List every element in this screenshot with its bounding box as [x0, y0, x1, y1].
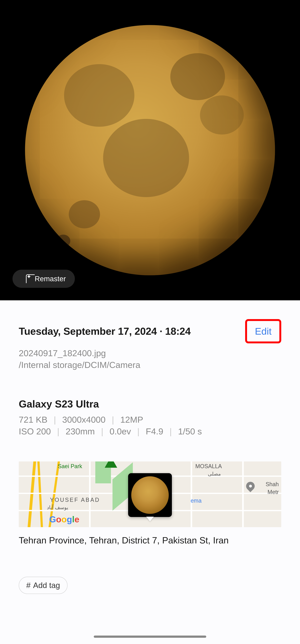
photo-address: Tehran Province, Tehran, District 7, Pak…: [19, 535, 281, 546]
photo-preview[interactable]: ✦ Remaster: [0, 0, 300, 300]
edit-button[interactable]: Edit: [255, 326, 272, 337]
map-label-metr: Metr: [268, 489, 279, 496]
remaster-sparkle-icon: ✦: [21, 274, 30, 283]
thumbnail-moon: [131, 476, 169, 514]
info-panel: Tuesday, September 17, 2024 · 18:24 Edit…: [0, 300, 300, 606]
file-size: 721 KB: [19, 414, 47, 425]
map-label-mosalla-ar: مصلی: [208, 471, 221, 477]
remaster-button[interactable]: ✦ Remaster: [12, 270, 75, 288]
home-indicator[interactable]: [94, 636, 206, 638]
shutter-speed: 1/50 s: [178, 426, 202, 436]
focal-length: 230mm: [66, 426, 95, 436]
map-label-yousef-abad: YOUSEF ABAD: [50, 497, 100, 503]
camera-meta-row: ISO 200 | 230mm | 0.0ev | F4.9 | 1/50 s: [19, 426, 281, 436]
add-tag-button[interactable]: # Add tag: [19, 577, 67, 594]
map-label-ema: ema: [191, 498, 202, 504]
exposure-value: 0.0ev: [109, 426, 131, 436]
map-label-yousef-abad-ar: یوسف آباد: [47, 504, 68, 510]
moon-photo: [25, 25, 275, 275]
remaster-label: Remaster: [35, 274, 66, 283]
map-photo-marker: [128, 473, 172, 521]
google-logo: Google: [49, 514, 79, 524]
hashtag-icon: #: [26, 581, 31, 590]
megapixels: 12MP: [120, 414, 143, 425]
photo-filename: 20240917_182400.jpg: [19, 348, 281, 358]
device-name: Galaxy S23 Ultra: [19, 398, 281, 410]
edit-highlight-box: Edit: [245, 319, 281, 343]
iso-value: ISO 200: [19, 426, 51, 436]
photo-datetime: Tuesday, September 17, 2024 · 18:24: [19, 325, 191, 337]
add-tag-label: Add tag: [33, 581, 60, 590]
map-label-saei-park: Saei Park: [58, 463, 82, 470]
map-label-shah: Shah: [266, 481, 279, 488]
location-map[interactable]: Saei Park MOSALLA مصلی YOUSEF ABAD یوسف …: [19, 462, 281, 527]
aperture: F4.9: [146, 426, 163, 436]
map-label-mosalla: MOSALLA: [195, 463, 222, 470]
park-tree-icon: [105, 462, 117, 468]
photo-filepath: /Internal storage/DCIM/Camera: [19, 360, 281, 370]
resolution: 3000x4000: [62, 414, 105, 425]
file-meta-row: 721 KB | 3000x4000 | 12MP: [19, 414, 281, 425]
map-pin-gray-icon: [244, 480, 257, 492]
